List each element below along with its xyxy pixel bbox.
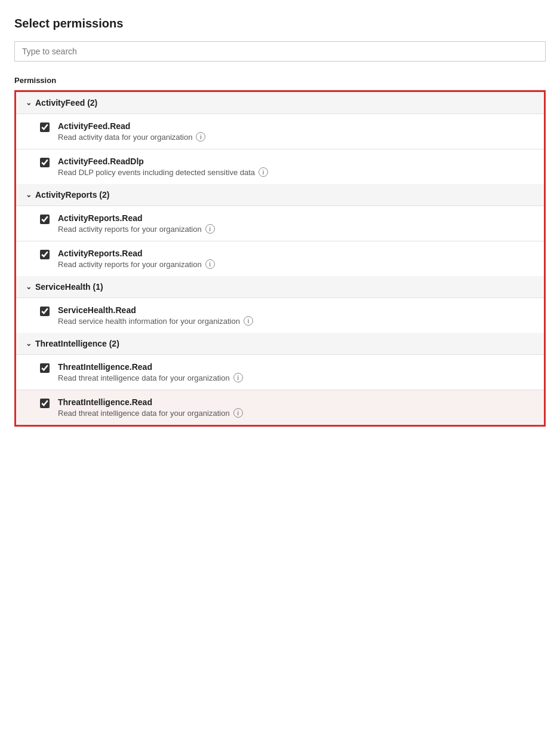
- permission-text: ActivityReports.ReadRead activity report…: [58, 249, 215, 269]
- permission-text: ThreatIntelligence.ReadRead threat intel…: [58, 362, 243, 382]
- permission-item: ThreatIntelligence.ReadRead threat intel…: [16, 390, 544, 425]
- group-header-activityfeed[interactable]: ⌄ActivityFeed (2): [16, 92, 544, 114]
- permission-checkbox[interactable]: [40, 122, 50, 132]
- group-name-activityfeed: ActivityFeed (2): [35, 98, 97, 108]
- permission-item: ThreatIntelligence.ReadRead threat intel…: [16, 355, 544, 390]
- permissions-highlighted-section: ⌄ActivityFeed (2)ActivityFeed.ReadRead a…: [14, 90, 546, 427]
- group-name-threatintelligence: ThreatIntelligence (2): [35, 339, 119, 348]
- group-header-servicehealth[interactable]: ⌄ServiceHealth (1): [16, 276, 544, 298]
- permission-text: ThreatIntelligence.ReadRead threat intel…: [58, 397, 243, 418]
- permission-name: ActivityReports.Read: [58, 213, 215, 223]
- chevron-down-icon: ⌄: [26, 339, 32, 348]
- page-container: Select permissions Permission ⌄ActivityF…: [0, 0, 560, 441]
- permission-checkbox[interactable]: [40, 363, 50, 373]
- info-icon[interactable]: i: [259, 167, 268, 177]
- permission-item: ActivityFeed.ReadRead activity data for …: [16, 114, 544, 149]
- info-icon[interactable]: i: [233, 408, 243, 418]
- permission-checkbox-wrap[interactable]: [40, 215, 50, 226]
- permission-description: Read threat intelligence data for your o…: [58, 408, 243, 418]
- permission-checkbox[interactable]: [40, 399, 50, 408]
- group-header-threatintelligence[interactable]: ⌄ThreatIntelligence (2): [16, 333, 544, 355]
- group-threatintelligence: ⌄ThreatIntelligence (2)ThreatIntelligenc…: [16, 333, 544, 425]
- group-header-activityreports[interactable]: ⌄ActivityReports (2): [16, 184, 544, 206]
- group-servicehealth: ⌄ServiceHealth (1)ServiceHealth.ReadRead…: [16, 276, 544, 333]
- permission-name: ThreatIntelligence.Read: [58, 362, 243, 372]
- permission-name: ActivityFeed.Read: [58, 121, 205, 131]
- search-input[interactable]: [14, 41, 546, 62]
- chevron-down-icon: ⌄: [26, 283, 32, 291]
- permission-description: Read activity reports for your organizat…: [58, 224, 215, 234]
- column-header: Permission: [14, 72, 546, 90]
- permission-description: Read DLP policy events including detecte…: [58, 167, 268, 177]
- permission-text: ActivityReports.ReadRead activity report…: [58, 213, 215, 234]
- group-activityfeed: ⌄ActivityFeed (2)ActivityFeed.ReadRead a…: [16, 92, 544, 184]
- permission-text: ServiceHealth.ReadRead service health in…: [58, 305, 253, 326]
- group-name-servicehealth: ServiceHealth (1): [35, 282, 103, 292]
- group-activityreports: ⌄ActivityReports (2)ActivityReports.Read…: [16, 184, 544, 276]
- permission-name: ThreatIntelligence.Read: [58, 397, 243, 407]
- permission-checkbox-wrap[interactable]: [40, 399, 50, 411]
- info-icon[interactable]: i: [205, 224, 215, 234]
- permission-name: ServiceHealth.Read: [58, 305, 253, 315]
- permission-checkbox-wrap[interactable]: [40, 307, 50, 318]
- group-name-activityreports: ActivityReports (2): [35, 190, 109, 200]
- permission-checkbox[interactable]: [40, 250, 50, 259]
- permission-name: ActivityFeed.ReadDlp: [58, 157, 268, 166]
- chevron-down-icon: ⌄: [26, 191, 32, 199]
- permission-checkbox-wrap[interactable]: [40, 122, 50, 134]
- permission-text: ActivityFeed.ReadDlpRead DLP policy even…: [58, 157, 268, 177]
- permission-checkbox-wrap[interactable]: [40, 250, 50, 262]
- permission-description: Read threat intelligence data for your o…: [58, 373, 243, 382]
- permission-checkbox[interactable]: [40, 307, 50, 316]
- info-icon[interactable]: i: [233, 373, 243, 382]
- permission-description: Read service health information for your…: [58, 316, 253, 326]
- permission-checkbox[interactable]: [40, 158, 50, 167]
- permission-item: ActivityReports.ReadRead activity report…: [16, 241, 544, 276]
- page-title: Select permissions: [14, 17, 546, 30]
- permission-item: ActivityFeed.ReadDlpRead DLP policy even…: [16, 149, 544, 184]
- permission-checkbox-wrap[interactable]: [40, 363, 50, 375]
- permission-name: ActivityReports.Read: [58, 249, 215, 258]
- info-icon[interactable]: i: [196, 132, 205, 142]
- permission-checkbox[interactable]: [40, 215, 50, 224]
- permission-checkbox-wrap[interactable]: [40, 158, 50, 170]
- permission-text: ActivityFeed.ReadRead activity data for …: [58, 121, 205, 142]
- permission-description: Read activity reports for your organizat…: [58, 259, 215, 269]
- chevron-down-icon: ⌄: [26, 99, 32, 107]
- info-icon[interactable]: i: [205, 259, 215, 269]
- permission-item: ServiceHealth.ReadRead service health in…: [16, 298, 544, 333]
- permission-item: ActivityReports.ReadRead activity report…: [16, 206, 544, 241]
- permission-description: Read activity data for your organization…: [58, 132, 205, 142]
- info-icon[interactable]: i: [244, 316, 253, 326]
